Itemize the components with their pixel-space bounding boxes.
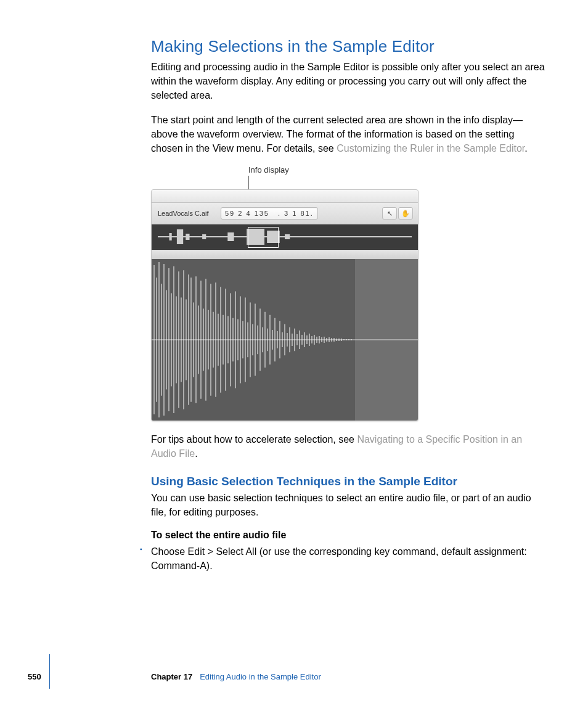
text-run: .: [195, 448, 197, 459]
window-titlebar: [152, 190, 418, 203]
text-run: For tips about how to accelerate selecti…: [151, 434, 357, 445]
info-display: 59 2 4 135 . 3 1 81.: [221, 207, 318, 220]
task-heading: To select the entire audio file: [151, 528, 545, 542]
arrow-icon: ↖: [387, 210, 393, 218]
document-page: Making Selections in the Sample Editor E…: [0, 0, 588, 706]
file-name-label: LeadVocals C.aif: [152, 210, 221, 217]
list-item: Choose Edit > Select All (or use the cor…: [142, 544, 545, 573]
page-number: 550: [28, 672, 41, 681]
section-heading: Making Selections in the Sample Editor: [151, 37, 545, 56]
footer-divider: [49, 654, 50, 689]
svg-rect-1: [169, 233, 172, 240]
overview-waveform: [158, 228, 412, 245]
task-title: To select the entire audio file: [151, 530, 286, 540]
toolbar: LeadVocals C.aif 59 2 4 135 . 3 1 81. ↖ …: [152, 203, 418, 224]
svg-rect-3: [186, 234, 189, 240]
chapter-reference: Chapter 17Editing Audio in the Sample Ed…: [151, 672, 321, 681]
pointer-tool-button[interactable]: ↖: [382, 207, 397, 220]
page-footer: 550 Chapter 17Editing Audio in the Sampl…: [0, 667, 588, 681]
body-paragraph: Editing and processing audio in the Samp…: [151, 60, 545, 103]
chapter-title: Editing Audio in the Sample Editor: [200, 672, 321, 681]
body-paragraph: For tips about how to accelerate selecti…: [151, 432, 545, 461]
subsection-heading: Using Basic Selection Techniques in the …: [151, 475, 545, 488]
callout-label: Info display: [248, 165, 545, 174]
body-paragraph: You can use basic selection techniques t…: [151, 491, 545, 519]
svg-rect-2: [177, 229, 183, 244]
chapter-label: Chapter 17: [151, 672, 192, 681]
hand-icon: ✋: [401, 210, 410, 218]
sample-editor-screenshot: LeadVocals C.aif 59 2 4 135 . 3 1 81. ↖ …: [151, 189, 419, 421]
cross-reference-link[interactable]: Customizing the Ruler in the Sample Edit…: [337, 143, 525, 154]
waveform-display: [152, 259, 418, 421]
step-list: Choose Edit > Select All (or use the cor…: [151, 544, 545, 573]
svg-rect-4: [202, 234, 206, 239]
overview-selection-box: [248, 227, 279, 248]
callout-leader-line: [248, 176, 249, 189]
hand-tool-button[interactable]: ✋: [398, 207, 413, 220]
step-text: Choose Edit > Select All (or use the cor…: [151, 544, 545, 573]
svg-rect-5: [227, 232, 234, 241]
body-paragraph: The start point and length of the curren…: [151, 113, 545, 156]
svg-rect-8: [285, 234, 290, 239]
waveform-overview: [152, 224, 418, 250]
tool-buttons: ↖ ✋: [382, 207, 413, 220]
info-display-length: . 3 1 81.: [278, 210, 314, 217]
figure: Info display LeadVocals C.aif 59 2 4 135…: [151, 165, 545, 421]
info-display-start: 59 2 4 135: [225, 210, 269, 217]
text-run: .: [525, 143, 527, 154]
